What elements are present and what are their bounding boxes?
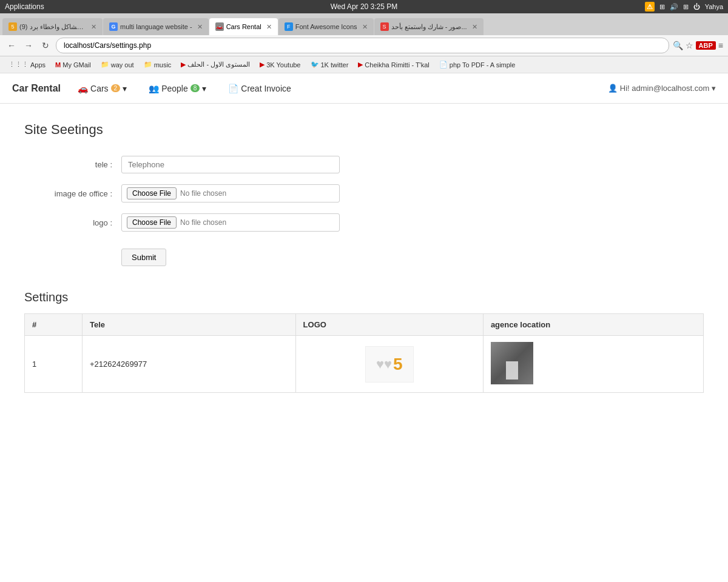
bookmark-youtube1-label: المستوى الاول - الحلف: [187, 61, 250, 69]
logo-label: logo :: [24, 218, 121, 227]
tab-favicon-1: 5: [8, 22, 17, 31]
cars-dropdown-icon: ▾: [123, 84, 127, 93]
office-image: [491, 342, 533, 384]
bookmark-gmail-label: My GMail: [62, 61, 90, 69]
bookmark-youtube2[interactable]: ▶ 3K Youtube: [256, 59, 304, 70]
nav-cars-label: Cars: [90, 84, 109, 93]
form-group-logo: logo : Choose File No file chosen: [24, 213, 704, 232]
bookmark-music-label: music: [154, 61, 172, 69]
address-bar: ← → ↻ 🔍 ☆ ABP ≡: [0, 35, 728, 56]
tab-favicon-4: F: [285, 22, 293, 31]
back-button[interactable]: ←: [5, 39, 18, 52]
tab-close-3[interactable]: ✕: [266, 23, 272, 31]
app-navbar: Car Rental 🚗 Cars 2 ▾ 👥 People 8 ▾ 📄 Cre…: [0, 73, 728, 104]
bookmark-apps-label: Apps: [30, 61, 46, 69]
bookmark-twitter[interactable]: 🐦 1K twitter: [307, 59, 352, 70]
office-file-name: No file chosen: [180, 189, 226, 198]
address-input[interactable]: [56, 38, 669, 53]
bookmark-wayout-label: way out: [111, 61, 134, 69]
gmail-icon: M: [55, 61, 61, 69]
twitter-icon: 🐦: [311, 61, 319, 69]
table-row: 1 +212624269977 ♥♥5: [25, 336, 704, 393]
bookmarks-bar: ⋮⋮⋮ Apps M My GMail 📁 way out 📁 music ▶ …: [0, 56, 728, 73]
app-navbar-right: 👤 Hi! admin@localhost.com ▾: [608, 84, 716, 93]
tab-fontawesome[interactable]: F Font Awesome Icons ✕: [278, 18, 374, 35]
col-agence: agence location: [483, 314, 703, 336]
user-info: 👤 Hi! admin@localhost.com ▾: [608, 84, 716, 93]
youtube-icon-2: ▶: [260, 61, 265, 69]
pdf-icon: 📄: [439, 61, 448, 69]
submit-button[interactable]: Submit: [121, 249, 166, 266]
tab-cars-rental[interactable]: 🚗 Cars Rental ✕: [209, 18, 278, 35]
nav-people[interactable]: 👥 People 8 ▾: [144, 81, 211, 96]
settings-section-title: Settings: [24, 290, 704, 304]
page-title: Site Seetings: [24, 122, 704, 138]
os-datetime: Wed Apr 20 3:25 PM: [331, 2, 398, 11]
search-icon-btn[interactable]: 🔍: [673, 41, 683, 50]
people-dropdown-icon: ▾: [202, 84, 206, 93]
logo-text-part2: 5: [393, 355, 403, 374]
bookmark-cheikha-label: Cheikha Rimitti - T'kal: [365, 61, 429, 69]
tab-arabic2[interactable]: S صور - شارك واستمتع بأحد... ✕: [374, 18, 484, 35]
tele-input[interactable]: [121, 156, 340, 173]
cars-badge: 2: [111, 84, 121, 92]
bookmark-star-btn[interactable]: ☆: [686, 41, 693, 50]
col-tele: Tele: [82, 314, 295, 336]
office-label: image de office :: [24, 189, 121, 198]
bookmark-pdf[interactable]: 📄 php To PDF - A simple: [436, 59, 519, 70]
tab-arabic[interactable]: 5 حل مشاكل واخطاء برد (9) ✕: [2, 18, 103, 35]
tab-label-1: حل مشاكل واخطاء برد (9): [19, 23, 86, 31]
bookmark-pdf-label: php To PDF - A simple: [450, 61, 516, 69]
tab-label-2: multi language website -: [120, 23, 192, 30]
nav-invoice[interactable]: 📄 Creat Invoice: [223, 81, 295, 96]
os-username: Yahya: [705, 3, 723, 10]
menu-btn[interactable]: ≡: [718, 41, 723, 50]
settings-table-head: # Tele LOGO agence location: [25, 314, 704, 336]
reload-button[interactable]: ↻: [39, 39, 52, 52]
tab-multilang[interactable]: G multi language website - ✕: [103, 18, 209, 35]
os-network-icon: ⊞: [683, 3, 689, 11]
main-content: Site Seetings tele : image de office : C…: [0, 104, 728, 411]
bookmark-gmail[interactable]: M My GMail: [52, 60, 95, 70]
tab-close-5[interactable]: ✕: [472, 23, 477, 31]
youtube-icon-3: ▶: [358, 61, 363, 69]
tab-close-2[interactable]: ✕: [197, 23, 203, 31]
nav-cars[interactable]: 🚗 Cars 2 ▾: [73, 81, 132, 96]
bookmark-apps[interactable]: ⋮⋮⋮ Apps: [5, 59, 49, 70]
row-logo-cell: ♥♥5: [295, 336, 483, 393]
bookmark-youtube1[interactable]: ▶ المستوى الاول - الحلف: [177, 59, 254, 70]
folder-icon-1: 📁: [101, 61, 109, 69]
os-menu-icon: ⊞: [659, 3, 665, 11]
bookmark-cheikha[interactable]: ▶ Cheikha Rimitti - T'kal: [354, 59, 433, 70]
row-office-image-cell: [483, 336, 703, 393]
bookmark-music[interactable]: 📁 music: [140, 59, 175, 70]
logo-choose-file-btn[interactable]: Choose File: [127, 216, 177, 229]
tab-favicon-5: S: [380, 22, 389, 31]
settings-form: tele : image de office : Choose File No …: [24, 156, 704, 266]
bookmark-twitter-label: 1K twitter: [321, 61, 349, 69]
os-titlebar-right: ⚠ ⊞ 🔊 ⊞ ⏻ Yahya: [645, 2, 723, 12]
office-choose-file-btn[interactable]: Choose File: [127, 187, 177, 199]
office-image-overlay: [506, 361, 518, 380]
tab-label-5: صور - شارك واستمتع بأحد...: [391, 23, 467, 31]
app-body: Car Rental 🚗 Cars 2 ▾ 👥 People 8 ▾ 📄 Cre…: [0, 73, 728, 582]
app-brand[interactable]: Car Rental: [12, 83, 61, 94]
nav-people-label: People: [161, 84, 188, 93]
tab-close-4[interactable]: ✕: [362, 23, 368, 31]
app-navbar-left: Car Rental 🚗 Cars 2 ▾ 👥 People 8 ▾ 📄 Cre…: [12, 81, 296, 96]
warning-icon: ⚠: [645, 2, 655, 12]
abp-badge: ABP: [696, 41, 716, 50]
tab-close-1[interactable]: ✕: [91, 23, 96, 31]
form-group-office: image de office : Choose File No file ch…: [24, 184, 704, 202]
logo-text-part1: ♥♥: [376, 356, 392, 372]
form-group-tele: tele :: [24, 156, 704, 173]
address-bar-right: 🔍 ☆ ABP ≡: [673, 41, 723, 50]
tele-label: tele :: [24, 160, 121, 169]
tab-label-4: Font Awesome Icons: [295, 23, 357, 30]
folder-icon-2: 📁: [144, 61, 152, 69]
bookmark-wayout[interactable]: 📁 way out: [97, 59, 138, 70]
col-logo: LOGO: [295, 314, 483, 336]
invoice-icon: 📄: [228, 84, 238, 93]
browser-chrome: 5 حل مشاكل واخطاء برد (9) ✕ G multi lang…: [0, 13, 728, 73]
forward-button[interactable]: →: [22, 39, 35, 52]
